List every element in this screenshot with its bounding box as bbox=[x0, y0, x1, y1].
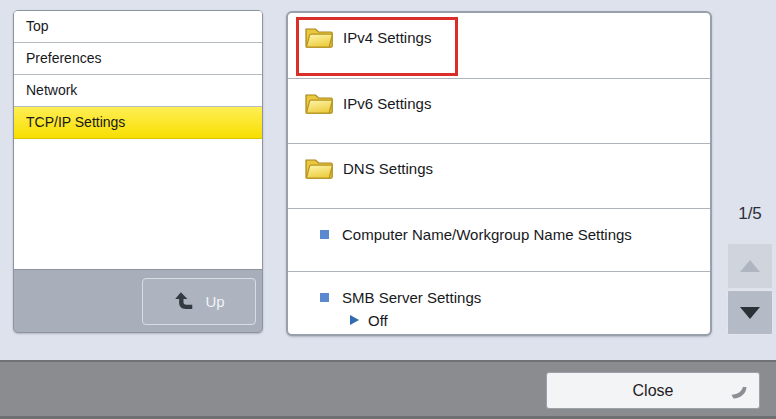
return-arrow-icon bbox=[730, 386, 748, 401]
up-arrow-icon bbox=[173, 291, 194, 312]
close-button-label: Close bbox=[633, 382, 674, 400]
navigation-list: Top Preferences Network TCP/IP Settings bbox=[14, 11, 262, 270]
scroll-down-button[interactable] bbox=[727, 290, 773, 335]
value-arrow-icon bbox=[350, 315, 359, 325]
list-item-computer-name-settings[interactable]: Computer Name/Workgroup Name Settings bbox=[288, 209, 710, 272]
page-indicator: 1/5 bbox=[727, 204, 773, 224]
list-item-label: Computer Name/Workgroup Name Settings bbox=[342, 226, 632, 243]
navigation-sidebar: Top Preferences Network TCP/IP Settings … bbox=[13, 10, 263, 333]
sidebar-item-preferences[interactable]: Preferences bbox=[14, 43, 262, 75]
close-button[interactable]: Close bbox=[546, 372, 760, 409]
list-item-ipv4-settings[interactable]: IPv4 Settings bbox=[288, 13, 710, 79]
square-bullet-icon bbox=[320, 293, 329, 302]
folder-icon bbox=[304, 24, 334, 50]
list-item-label: DNS Settings bbox=[343, 160, 433, 177]
sidebar-item-tcpip-settings[interactable]: TCP/IP Settings bbox=[14, 107, 262, 139]
list-item-smb-server-settings[interactable]: SMB Server Settings Off bbox=[288, 272, 710, 335]
list-item-dns-settings[interactable]: DNS Settings bbox=[288, 144, 710, 209]
list-item-value: Off bbox=[368, 312, 388, 329]
list-item-ipv6-settings[interactable]: IPv6 Settings bbox=[288, 79, 710, 144]
sidebar-item-top[interactable]: Top bbox=[14, 11, 262, 43]
settings-screen: Top Preferences Network TCP/IP Settings … bbox=[0, 0, 776, 419]
triangle-down-icon bbox=[740, 307, 760, 319]
list-item-label: IPv4 Settings bbox=[343, 29, 431, 46]
sidebar-item-network[interactable]: Network bbox=[14, 75, 262, 107]
scroll-up-button[interactable] bbox=[727, 243, 773, 289]
folder-icon bbox=[304, 155, 334, 181]
triangle-up-icon bbox=[740, 260, 760, 272]
square-bullet-icon bbox=[320, 230, 329, 239]
list-item-label: SMB Server Settings bbox=[342, 289, 481, 306]
up-button-label: Up bbox=[205, 293, 224, 310]
list-item-label: IPv6 Settings bbox=[343, 95, 431, 112]
up-button[interactable]: Up bbox=[142, 278, 256, 325]
folder-icon bbox=[304, 90, 334, 116]
settings-list-panel: IPv4 Settings IPv6 Settings bbox=[286, 11, 712, 336]
